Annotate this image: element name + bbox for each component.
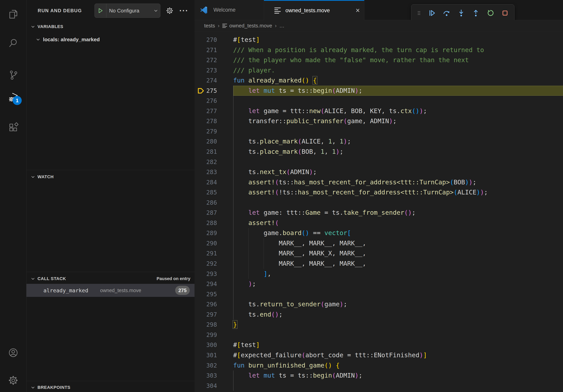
code-line[interactable]: 281 ts.place_mark(BOB, 1, 1); <box>194 147 563 157</box>
line-number[interactable]: 279 <box>194 126 217 137</box>
code-line[interactable]: 292 MARK__, MARK__, MARK__, <box>194 259 563 269</box>
restart-button[interactable] <box>486 9 495 18</box>
section-call-stack[interactable]: CALL STACK Paused on entry <box>26 273 194 284</box>
line-number[interactable]: 295 <box>194 289 217 300</box>
line-number[interactable]: 283 <box>194 167 217 177</box>
code-line[interactable]: 273/// player. <box>194 65 563 76</box>
settings-gear-icon[interactable] <box>8 375 19 386</box>
debug-settings-gear-icon[interactable] <box>165 6 175 16</box>
section-breakpoints[interactable]: BREAKPOINTS <box>26 382 194 392</box>
line-number[interactable]: 287 <box>194 208 217 218</box>
line-number[interactable]: 298 <box>194 320 217 330</box>
code-line[interactable]: 303 let mut ts = ts::begin(ADMIN); <box>194 370 563 381</box>
code-line-current[interactable]: 275 let mut ts = ts::begin(ADMIN); <box>194 86 563 96</box>
toolbar-gripper-icon[interactable] <box>416 9 422 18</box>
line-number[interactable]: 270 <box>194 35 217 45</box>
line-number[interactable]: 284 <box>194 177 217 187</box>
code-line[interactable]: 274fun already_marked() { <box>194 75 563 86</box>
run-config-dropdown[interactable]: No Configura <box>94 3 160 18</box>
line-number[interactable]: 286 <box>194 197 217 208</box>
line-number[interactable]: 291 <box>194 248 217 259</box>
code-line[interactable]: 297 ts.end(); <box>194 310 563 320</box>
code-line[interactable]: 295 <box>194 289 563 300</box>
code-line[interactable]: 277 let game = ttt::new(ALICE, BOB, KEY,… <box>194 106 563 116</box>
line-number[interactable]: 276 <box>194 96 217 106</box>
code-line[interactable]: 289 game.board() == vector[ <box>194 228 563 238</box>
line-number[interactable]: 282 <box>194 157 217 167</box>
code-line[interactable]: 286 <box>194 197 563 208</box>
code-line[interactable]: 270#[test] <box>194 35 563 45</box>
code-line[interactable]: 290 MARK__, MARK__, MARK__, <box>194 238 563 248</box>
line-number[interactable]: 304 <box>194 381 217 391</box>
line-number[interactable]: 275 <box>194 86 217 96</box>
line-number[interactable]: 277 <box>194 106 217 116</box>
line-number[interactable]: 285 <box>194 187 217 197</box>
start-debug-icon[interactable] <box>95 4 106 18</box>
line-number[interactable]: 278 <box>194 116 217 126</box>
tab-owned-tests[interactable]: owned_tests.move × <box>264 0 364 20</box>
tab-welcome[interactable]: Welcome <box>194 0 264 20</box>
breadcrumb-item-symbol[interactable]: … <box>279 23 284 29</box>
section-watch[interactable]: WATCH <box>26 171 194 182</box>
code-line[interactable]: 287 let game: ttt::Game = ts.take_from_s… <box>194 208 563 218</box>
line-number[interactable]: 303 <box>194 370 217 381</box>
explorer-icon[interactable] <box>8 9 19 20</box>
code-line[interactable]: 271/// When a position is already marked… <box>194 45 563 55</box>
line-number[interactable]: 273 <box>194 65 217 76</box>
line-number[interactable]: 294 <box>194 279 217 289</box>
step-into-button[interactable] <box>457 9 466 18</box>
code-line[interactable]: 298} <box>194 320 563 330</box>
code-line[interactable]: 282 <box>194 157 563 167</box>
line-number[interactable]: 296 <box>194 299 217 310</box>
code-line[interactable]: 276 <box>194 96 563 106</box>
line-number[interactable]: 301 <box>194 350 217 360</box>
line-number[interactable]: 297 <box>194 310 217 320</box>
code-line[interactable]: 272/// the player who made the "false" m… <box>194 55 563 65</box>
line-number[interactable]: 300 <box>194 340 217 350</box>
line-number[interactable]: 281 <box>194 147 217 157</box>
breadcrumb-item-file[interactable]: owned_tests.move <box>230 23 272 29</box>
section-variables[interactable]: VARIABLES <box>26 21 194 32</box>
code-line[interactable]: 283 ts.next_tx(ADMIN); <box>194 167 563 177</box>
line-number[interactable]: 280 <box>194 136 217 147</box>
code-line[interactable]: 285 assert!(!ts::has_most_recent_for_add… <box>194 187 563 197</box>
code-line[interactable]: 284 assert!(ts::has_most_recent_for_addr… <box>194 177 563 187</box>
line-number[interactable]: 272 <box>194 55 217 65</box>
search-icon[interactable] <box>8 38 19 49</box>
call-stack-frame-row[interactable]: already_marked owned_tests.move 275 <box>26 284 194 297</box>
close-icon[interactable]: × <box>356 7 360 14</box>
code-line[interactable]: 280 ts.place_mark(ALICE, 1, 1); <box>194 136 563 147</box>
code-line[interactable]: 300#[test] <box>194 340 563 350</box>
line-number[interactable]: 288 <box>194 218 217 228</box>
line-number[interactable]: 299 <box>194 330 217 340</box>
code-editor[interactable]: 270#[test]271/// When a position is alre… <box>194 35 563 392</box>
step-out-button[interactable] <box>471 9 480 18</box>
code-line[interactable]: 279 <box>194 126 563 137</box>
line-number[interactable]: 293 <box>194 269 217 279</box>
line-number[interactable]: 302 <box>194 360 217 371</box>
line-number[interactable]: 292 <box>194 259 217 269</box>
source-control-icon[interactable] <box>8 69 19 80</box>
code-line[interactable]: 288 assert!( <box>194 218 563 228</box>
accounts-icon[interactable] <box>8 347 19 358</box>
code-line[interactable]: 294 ); <box>194 279 563 289</box>
breadcrumb-item-tests[interactable]: tests <box>204 23 215 29</box>
code-line[interactable]: 301#[expected_failure(abort_code = ttt::… <box>194 350 563 360</box>
code-line[interactable]: 299 <box>194 330 563 340</box>
more-actions-icon[interactable]: ··· <box>179 6 189 16</box>
code-line[interactable]: 278 transfer::public_transfer(game, ADMI… <box>194 116 563 126</box>
code-line[interactable]: 291 MARK__, MARK_X, MARK__, <box>194 248 563 259</box>
variables-scope-row[interactable]: locals: already_marked <box>26 34 194 45</box>
line-number[interactable]: 274 <box>194 75 217 86</box>
line-number[interactable]: 271 <box>194 45 217 55</box>
code-line[interactable]: 293 ], <box>194 269 563 279</box>
code-line[interactable]: 304 <box>194 381 563 391</box>
continue-button[interactable] <box>427 9 436 18</box>
line-number[interactable]: 289 <box>194 228 217 238</box>
code-line[interactable]: 302fun burn_unfinished_game() { <box>194 360 563 371</box>
stop-button[interactable] <box>500 9 510 18</box>
line-number[interactable]: 290 <box>194 238 217 248</box>
step-over-button[interactable] <box>442 9 451 18</box>
code-line[interactable]: 296 ts.return_to_sender(game); <box>194 299 563 310</box>
extensions-icon[interactable] <box>8 122 19 133</box>
